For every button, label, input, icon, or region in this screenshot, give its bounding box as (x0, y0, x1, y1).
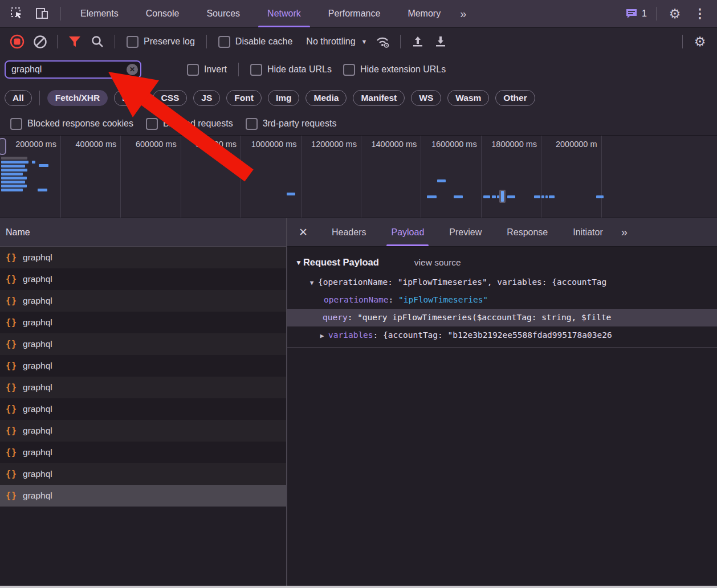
kebab-menu-icon[interactable]: ⋮ (687, 0, 712, 27)
request-row[interactable]: {}graphql (0, 290, 286, 312)
request-name: graphql (23, 274, 52, 284)
tab-memory[interactable]: Memory (394, 0, 454, 27)
filter-chip-css[interactable]: CSS (153, 90, 187, 106)
clear-filter-icon[interactable]: ✕ (127, 64, 138, 75)
disable-cache-toggle[interactable]: Disable cache (218, 36, 293, 48)
timeline-request-bar (39, 164, 48, 167)
filter-chip-img[interactable]: Img (268, 90, 300, 106)
filter-funnel-icon[interactable] (63, 28, 86, 55)
inspect-element-icon[interactable] (5, 0, 30, 27)
details-tab-headers[interactable]: Headers (319, 218, 378, 246)
filter-chip-js[interactable]: JS (193, 90, 220, 106)
request-row[interactable]: {}graphql (0, 312, 286, 333)
hide-data-urls-toggle[interactable]: Hide data URLs (250, 64, 332, 76)
tab-console[interactable]: Console (132, 0, 193, 27)
filter-chip-all[interactable]: All (5, 90, 32, 106)
invert-checkbox[interactable] (187, 64, 199, 76)
payload-line[interactable]: ▶variables: {accountTag: "b12e3b2192ee55… (287, 326, 717, 344)
disable-cache-checkbox[interactable] (218, 36, 230, 48)
panel-tabs: ElementsConsoleSourcesNetworkPerformance… (67, 0, 454, 27)
fetch-xhr-icon: {} (6, 339, 17, 349)
filter-chip-media[interactable]: Media (305, 90, 347, 106)
details-tab-preview[interactable]: Preview (437, 218, 494, 246)
device-toolbar-icon[interactable] (30, 0, 55, 27)
checkbox-icon[interactable] (146, 118, 158, 130)
clear-network-log-icon[interactable] (28, 28, 51, 55)
checkbox-icon[interactable] (246, 118, 258, 130)
filter-input[interactable] (5, 60, 141, 79)
timeline-gridline (301, 136, 302, 218)
request-row[interactable]: {}graphql (0, 268, 286, 290)
filter-chip-ws[interactable]: WS (411, 90, 441, 106)
request-payload-section[interactable]: ▼ Request Payload view source (287, 254, 717, 273)
timeline-request-bar (545, 195, 548, 198)
tab-performance[interactable]: Performance (315, 0, 394, 27)
timeline-tick-label: 1200000 ms (311, 140, 357, 149)
hide-extension-urls-checkbox[interactable] (343, 64, 355, 76)
3rd-party-requests-toggle[interactable]: 3rd-party requests (246, 118, 337, 130)
search-icon[interactable] (86, 28, 109, 55)
tab-sources[interactable]: Sources (193, 0, 254, 27)
preserve-log-checkbox[interactable] (127, 36, 138, 48)
network-overview-timeline[interactable]: 200000 ms400000 ms600000 ms800000 ms1000… (0, 135, 717, 218)
fetch-xhr-icon: {} (6, 447, 17, 458)
preserve-log-toggle[interactable]: Preserve log (127, 36, 195, 48)
view-source-link[interactable]: view source (414, 258, 461, 268)
record-network-log-icon[interactable] (6, 28, 28, 55)
filter-chip-manifest[interactable]: Manifest (353, 90, 405, 106)
payload-line[interactable]: operationName: "ipFlowTimeseries" (287, 291, 717, 309)
payload-line[interactable]: query: "query ipFlowTimeseries($accountT… (287, 309, 717, 326)
request-row[interactable]: {}graphql (0, 333, 286, 355)
har-import-icon[interactable] (429, 28, 452, 55)
collapse-triangle-icon[interactable]: ▼ (295, 259, 302, 267)
request-row[interactable]: {}graphql (0, 398, 286, 420)
request-row[interactable]: {}graphql (0, 420, 286, 442)
timeline-request-bar (454, 195, 463, 198)
details-tab-payload[interactable]: Payload (378, 218, 437, 246)
har-export-icon[interactable] (406, 28, 429, 55)
overview-left-handle[interactable] (0, 138, 6, 155)
network-settings-gear-icon[interactable]: ⚙ (689, 28, 711, 55)
more-tabs-chevron-icon[interactable]: » (454, 7, 471, 21)
details-more-chevron-icon[interactable]: » (616, 226, 632, 239)
hide-extension-urls-toggle[interactable]: Hide extension URLs (343, 64, 446, 76)
request-row[interactable]: {}graphql (0, 355, 286, 377)
hide-data-urls-checkbox[interactable] (250, 64, 262, 76)
close-details-icon[interactable]: ✕ (287, 226, 319, 239)
name-column-header[interactable]: Name (0, 218, 286, 247)
blocked-requests-toggle[interactable]: Blocked requests (146, 118, 233, 130)
filter-chip-font[interactable]: Font (226, 90, 262, 106)
tab-network[interactable]: Network (254, 0, 315, 27)
issues-counter-button[interactable]: 1 (622, 8, 650, 19)
request-row[interactable]: {}graphql (0, 377, 286, 398)
invert-filter-toggle[interactable]: Invert (187, 64, 227, 76)
timeline-request-bar (541, 195, 544, 198)
timeline-request-bar (1, 157, 27, 160)
request-name: graphql (23, 447, 52, 458)
request-row[interactable]: {}graphql (0, 463, 286, 485)
chevron-down-icon: ▼ (361, 38, 368, 45)
toolbar-divider (60, 7, 61, 21)
filter-chip-wasm[interactable]: Wasm (447, 90, 489, 106)
payload-token: "query ipFlowTimeseries($accountTag: str… (357, 313, 611, 322)
settings-gear-icon[interactable]: ⚙ (662, 0, 687, 27)
network-conditions-icon[interactable] (372, 28, 394, 55)
details-tab-response[interactable]: Response (494, 218, 560, 246)
request-row[interactable]: {}graphql (0, 485, 286, 507)
filter-chip-other[interactable]: Other (495, 90, 535, 106)
throttling-dropdown[interactable]: No throttling ▼ (306, 36, 367, 47)
expand-triangle-icon[interactable]: ▶ (316, 327, 328, 344)
request-row[interactable]: {}graphql (0, 247, 286, 268)
filter-chip-fetchxhr[interactable]: Fetch/XHR (47, 90, 108, 106)
disable-cache-label: Disable cache (235, 36, 293, 47)
timeline-request-bar (287, 193, 295, 195)
checkbox-icon[interactable] (10, 118, 22, 130)
tab-elements[interactable]: Elements (67, 0, 132, 27)
details-tab-initiator[interactable]: Initiator (560, 218, 615, 246)
payload-line[interactable]: ▼{operationName: "ipFlowTimeseries", var… (287, 273, 717, 291)
filter-chip-doc[interactable]: Doc (114, 90, 146, 106)
request-row[interactable]: {}graphql (0, 442, 286, 463)
collapse-triangle-icon[interactable]: ▼ (305, 274, 318, 291)
blocked-response-cookies-toggle[interactable]: Blocked response cookies (10, 118, 133, 130)
fetch-xhr-icon: {} (6, 361, 17, 371)
